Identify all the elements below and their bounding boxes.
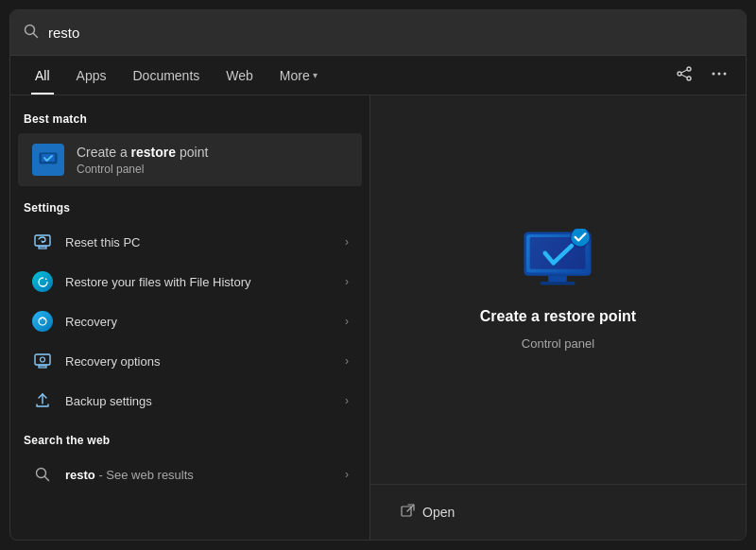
- share-icon[interactable]: [670, 61, 698, 89]
- svg-rect-25: [549, 276, 568, 282]
- svg-point-7: [713, 73, 715, 76]
- best-match-subtitle: Control panel: [77, 163, 349, 176]
- create-restore-icon: [31, 143, 65, 177]
- tab-more[interactable]: More ▾: [268, 62, 329, 89]
- svg-line-20: [45, 477, 49, 481]
- tab-web[interactable]: Web: [215, 62, 265, 89]
- recovery-options-icon: [31, 350, 54, 372]
- nav-right-actions: [670, 61, 732, 89]
- svg-point-4: [678, 72, 681, 76]
- chevron-right-icon-restore: ›: [345, 275, 349, 288]
- svg-point-19: [37, 469, 46, 478]
- list-item-reset-pc[interactable]: Reset this PC ›: [18, 222, 362, 262]
- more-options-icon[interactable]: [706, 62, 732, 88]
- best-match-text: Create a restore point Control panel: [77, 144, 349, 176]
- chevron-right-icon-recovery-opts: ›: [345, 354, 349, 368]
- web-search-icon: [31, 463, 54, 486]
- title-prefix: Create a: [77, 145, 131, 160]
- open-button[interactable]: Open: [389, 496, 727, 528]
- svg-point-15: [39, 318, 46, 325]
- list-item-backup[interactable]: Backup settings ›: [18, 381, 362, 421]
- detail-title: Create a restore point: [480, 308, 636, 325]
- tab-documents[interactable]: Documents: [121, 62, 211, 89]
- svg-rect-29: [402, 507, 411, 516]
- backup-icon: [31, 389, 54, 412]
- list-item-recovery-options[interactable]: Recovery options ›: [18, 341, 362, 381]
- svg-point-8: [718, 73, 721, 76]
- backup-label: Backup settings: [65, 394, 334, 408]
- best-match-label: Best match: [10, 109, 369, 133]
- svg-line-6: [681, 75, 687, 77]
- svg-point-18: [41, 357, 45, 362]
- search-icon: [24, 24, 39, 42]
- list-item-web-search[interactable]: resto - See web results ›: [18, 455, 362, 494]
- tab-all[interactable]: All: [24, 62, 61, 89]
- chevron-right-icon-backup: ›: [345, 394, 349, 407]
- open-icon: [401, 504, 415, 521]
- chevron-right-icon-reset: ›: [345, 235, 349, 249]
- best-match-title: Create a restore point: [77, 144, 349, 163]
- svg-line-1: [34, 34, 38, 38]
- best-match-item[interactable]: Create a restore point Control panel: [18, 133, 362, 186]
- web-search-text: resto - See web results: [65, 468, 334, 482]
- svg-line-5: [681, 70, 687, 73]
- svg-rect-17: [39, 366, 46, 368]
- settings-label: Settings: [10, 198, 369, 222]
- restore-files-icon: [31, 270, 54, 293]
- svg-rect-16: [35, 354, 50, 365]
- nav-tabs: All Apps Documents Web More ▾: [10, 56, 746, 95]
- title-highlight: restore: [131, 145, 176, 160]
- svg-rect-12: [44, 164, 52, 166]
- open-label: Open: [422, 505, 455, 520]
- list-item-restore-files[interactable]: Restore your files with File History ›: [18, 262, 362, 301]
- title-suffix: point: [176, 145, 208, 160]
- svg-point-3: [687, 77, 691, 80]
- web-search-label: Search the web: [10, 430, 369, 455]
- chevron-down-icon: ▾: [313, 70, 318, 80]
- chevron-right-icon-recovery: ›: [345, 315, 349, 328]
- detail-app-icon: [520, 229, 595, 289]
- search-bar: [10, 10, 746, 56]
- svg-point-9: [724, 73, 727, 76]
- web-suffix: - See web results: [95, 468, 194, 482]
- search-input[interactable]: [48, 25, 732, 41]
- svg-rect-26: [541, 282, 576, 285]
- search-panel: All Apps Documents Web More ▾: [9, 9, 747, 541]
- svg-point-2: [687, 67, 691, 71]
- list-item-recovery[interactable]: Recovery ›: [18, 301, 362, 341]
- detail-subtitle: Control panel: [522, 336, 594, 351]
- recovery-options-label: Recovery options: [65, 354, 334, 369]
- restore-files-label: Restore your files with File History: [65, 275, 334, 289]
- main-content: Best match: [10, 95, 746, 540]
- right-panel: Create a restore point Control panel Ope…: [369, 95, 746, 540]
- reset-pc-label: Reset this PC: [65, 235, 334, 249]
- recovery-label: Recovery: [65, 315, 334, 329]
- detail-actions: Open: [370, 484, 746, 540]
- detail-icon-area: Create a restore point Control panel: [461, 95, 655, 484]
- left-panel: Best match: [10, 95, 369, 540]
- chevron-right-icon-web: ›: [345, 468, 349, 481]
- tab-apps[interactable]: Apps: [65, 62, 118, 89]
- recovery-icon: [31, 310, 54, 333]
- reset-pc-icon: [31, 231, 54, 253]
- svg-rect-14: [39, 247, 46, 249]
- web-query: resto: [65, 468, 95, 482]
